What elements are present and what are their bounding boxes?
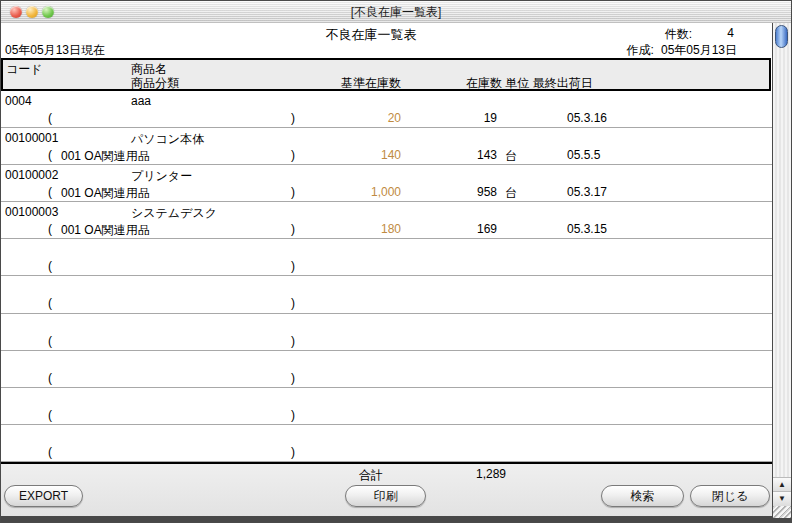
- table-row[interactable]: ( ): [1, 276, 773, 313]
- row-standard-stock: 140: [321, 148, 401, 162]
- record-count: 件数: 4: [665, 26, 734, 43]
- resize-grip-icon[interactable]: [773, 506, 791, 518]
- as-of-date: 05年05月13日現在: [5, 42, 105, 59]
- row-product-name: システムデスク: [131, 205, 217, 222]
- row-stock: 143: [421, 148, 497, 162]
- table-row[interactable]: ( ): [1, 388, 773, 425]
- row-stock: 958: [421, 185, 497, 199]
- table-row[interactable]: ( ): [1, 239, 773, 276]
- row-last-ship-date: 05.3.17: [567, 185, 607, 199]
- paren-close: ): [291, 185, 295, 199]
- row-standard-stock: 180: [321, 222, 401, 236]
- report-info-header: 不良在庫一覧表 件数: 4 05年05月13日現在 作成: 05年05月13日: [1, 23, 773, 58]
- row-category: 001 OA関連用品: [61, 148, 150, 165]
- row-stock: 19: [421, 111, 497, 125]
- paren-open: (: [48, 408, 52, 422]
- record-count-value: 4: [692, 26, 734, 43]
- row-code: 0004: [5, 94, 32, 108]
- total-value: 1,289: [421, 467, 506, 481]
- paren-open: (: [48, 445, 52, 459]
- paren-close: ): [291, 111, 295, 125]
- paren-open: (: [48, 222, 52, 236]
- window-bottom-edge: [1, 516, 791, 522]
- scrollbar-thumb[interactable]: [775, 25, 788, 48]
- paren-open: (: [48, 185, 52, 199]
- export-button[interactable]: EXPORT: [4, 485, 83, 507]
- record-count-label: 件数:: [665, 26, 692, 43]
- close-button[interactable]: 閉じる: [690, 485, 770, 507]
- row-code: 00100003: [5, 205, 58, 219]
- created-date-value: 05年05月13日: [661, 42, 737, 59]
- row-product-name: パソコン本体: [131, 131, 204, 148]
- footer-bar: 合計 1,289 EXPORT 印刷 検索 閉じる: [1, 462, 773, 518]
- row-standard-stock: 20: [321, 111, 401, 125]
- row-category: 001 OA関連用品: [61, 222, 150, 239]
- paren-open: (: [48, 259, 52, 273]
- row-last-ship-date: 05.5.5: [567, 148, 600, 162]
- created-date-label: 作成:: [627, 42, 654, 59]
- column-header-standard-stock: 基準在庫数: [329, 75, 401, 92]
- paren-open: (: [48, 148, 52, 162]
- vertical-scrollbar[interactable]: ▲ ▼: [772, 23, 791, 518]
- row-category: 001 OA関連用品: [61, 185, 150, 202]
- window-titlebar[interactable]: [不良在庫一覧表]: [1, 1, 791, 24]
- table-row[interactable]: ( ): [1, 314, 773, 351]
- paren-open: (: [48, 111, 52, 125]
- created-date: 作成: 05年05月13日: [627, 42, 737, 59]
- paren-close: ): [291, 334, 295, 348]
- paren-close: ): [291, 259, 295, 273]
- row-last-ship-date: 05.3.15: [567, 222, 607, 236]
- column-header-stock-unit-date: 在庫数 単位 最終出荷日: [466, 75, 593, 92]
- row-product-name: プリンター: [131, 168, 192, 185]
- row-last-ship-date: 05.3.16: [567, 111, 607, 125]
- paren-close: ): [291, 408, 295, 422]
- table-column-header: コード 商品名 商品分類 基準在庫数 在庫数 単位 最終出荷日: [1, 58, 771, 91]
- table-row[interactable]: 00100001 パソコン本体 ( 001 OA関連用品 ) 140 143 台…: [1, 128, 773, 165]
- row-code: 00100001: [5, 131, 58, 145]
- paren-close: ): [291, 371, 295, 385]
- scroll-up-arrow-icon[interactable]: ▲: [773, 477, 791, 492]
- row-code: 00100002: [5, 168, 58, 182]
- column-header-product-category: 商品分類: [131, 75, 179, 92]
- row-product-name: aaa: [131, 94, 151, 108]
- table-row[interactable]: 00100003 システムデスク ( 001 OA関連用品 ) 180 169 …: [1, 202, 773, 239]
- scroll-down-arrow-icon[interactable]: ▼: [773, 491, 791, 506]
- total-label: 合計: [359, 467, 383, 484]
- report-body: 不良在庫一覧表 件数: 4 05年05月13日現在 作成: 05年05月13日 …: [1, 23, 773, 518]
- paren-close: ): [291, 148, 295, 162]
- row-unit: 台: [505, 185, 517, 202]
- table-row[interactable]: ( ): [1, 351, 773, 388]
- app-window: [不良在庫一覧表] 不良在庫一覧表 件数: 4 05年05月13日現在 作成: …: [0, 0, 792, 523]
- paren-open: (: [48, 371, 52, 385]
- window-title: [不良在庫一覧表]: [1, 1, 791, 23]
- table-row[interactable]: ( ): [1, 425, 773, 462]
- paren-close: ): [291, 296, 295, 310]
- print-button[interactable]: 印刷: [345, 485, 426, 507]
- paren-close: ): [291, 445, 295, 459]
- column-header-code: コード: [6, 61, 43, 78]
- table-row[interactable]: 00100002 プリンター ( 001 OA関連用品 ) 1,000 958 …: [1, 165, 773, 202]
- table-rows: 0004 aaa ( ) 20 19 05.3.16 00100001 パソコン…: [1, 91, 773, 462]
- search-button[interactable]: 検索: [601, 485, 684, 507]
- paren-open: (: [48, 334, 52, 348]
- row-standard-stock: 1,000: [321, 185, 401, 199]
- table-row[interactable]: 0004 aaa ( ) 20 19 05.3.16: [1, 91, 773, 128]
- paren-close: ): [291, 222, 295, 236]
- row-stock: 169: [421, 222, 497, 236]
- paren-open: (: [48, 296, 52, 310]
- row-unit: 台: [505, 148, 517, 165]
